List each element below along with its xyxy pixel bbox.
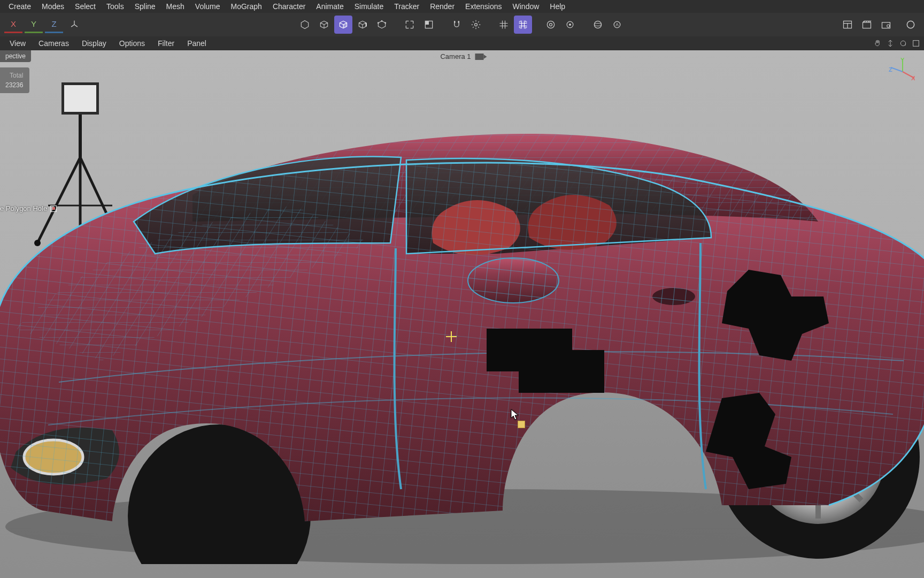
svg-point-10: [594, 21, 601, 28]
menu-mograph[interactable]: MoGraph: [226, 0, 267, 13]
viewmenu-display[interactable]: Display: [75, 36, 113, 50]
main-menu-bar: Create Modes Select Tools Spline Mesh Vo…: [0, 0, 924, 13]
menu-volume[interactable]: Volume: [190, 0, 226, 13]
main-toolbar: X Y Z A: [0, 13, 924, 36]
dolly-icon[interactable]: [886, 39, 895, 48]
camera-icon: [475, 54, 484, 60]
svg-point-17: [887, 25, 890, 27]
layout-button[interactable]: [838, 16, 857, 34]
view-mode-badge: pective: [0, 50, 31, 62]
polygon-mode-button[interactable]: [334, 16, 352, 34]
circle-icon: [905, 19, 916, 30]
clapboard-gear-icon: [881, 19, 891, 30]
svg-point-18: [907, 21, 914, 28]
viewport-menu-bar: View Cameras Display Options Filter Pane…: [0, 36, 924, 50]
axis-x-toggle[interactable]: X: [4, 16, 22, 33]
svg-point-11: [594, 24, 601, 26]
cube-face-icon: [338, 19, 349, 30]
coordinate-system-button[interactable]: [65, 16, 83, 34]
viewmenu-view[interactable]: View: [3, 36, 32, 50]
viewmenu-options[interactable]: Options: [113, 36, 151, 50]
svg-point-7: [550, 24, 552, 26]
object-mode-button[interactable]: [315, 16, 333, 34]
viewport[interactable]: pective Total 23236 Camera 1 e Polygon H…: [0, 50, 924, 578]
region-icon: [424, 19, 434, 30]
render-region-button[interactable]: [420, 16, 438, 34]
auto-icon: A: [612, 19, 622, 30]
maximize-icon[interactable]: [911, 39, 921, 48]
gizmo-x-label: X: [911, 75, 915, 81]
grid-snap-icon: [518, 19, 528, 30]
viewport-stats: Total 23236: [0, 67, 29, 93]
gear-small-icon: [565, 19, 575, 30]
orbit-icon[interactable]: [898, 39, 908, 48]
navigation-gizmo[interactable]: Y Z X: [887, 56, 919, 88]
feedback-button[interactable]: [902, 16, 920, 34]
axis-z-toggle[interactable]: Z: [45, 16, 63, 33]
car-model: [0, 82, 924, 564]
camera-name: Camera 1: [440, 52, 471, 60]
pan-icon[interactable]: [873, 39, 882, 48]
cube-edge-icon: [357, 19, 368, 30]
menu-character[interactable]: Character: [267, 0, 311, 13]
workplane-snap-button[interactable]: [514, 16, 532, 34]
viewmenu-cameras[interactable]: Cameras: [32, 36, 75, 50]
auto-select-button[interactable]: A: [608, 16, 626, 34]
soft-selection-button[interactable]: [589, 16, 607, 34]
menu-simulate[interactable]: Simulate: [349, 0, 389, 13]
svg-point-0: [378, 22, 379, 24]
svg-point-9: [569, 24, 571, 26]
viewmenu-filter[interactable]: Filter: [151, 36, 181, 50]
sphere-icon: [592, 19, 603, 30]
menu-create[interactable]: Create: [3, 0, 36, 13]
menu-extensions[interactable]: Extensions: [460, 0, 507, 13]
axis-y-toggle[interactable]: Y: [25, 16, 43, 33]
clapboard-icon: [861, 19, 872, 30]
render-settings-button[interactable]: [877, 16, 895, 34]
gear-icon: [471, 19, 481, 30]
viewmenu-panel[interactable]: Panel: [181, 36, 213, 50]
menu-render[interactable]: Render: [425, 0, 460, 13]
menu-window[interactable]: Window: [507, 0, 545, 13]
svg-line-45: [891, 67, 903, 72]
workplane-button[interactable]: [495, 16, 513, 34]
menu-animate[interactable]: Animate: [311, 0, 349, 13]
menu-spline[interactable]: Spline: [129, 0, 161, 13]
menu-tracker[interactable]: Tracker: [389, 0, 425, 13]
stats-label: Total: [5, 71, 23, 80]
point-mode-button[interactable]: [373, 16, 391, 34]
active-camera-label[interactable]: Camera 1: [440, 52, 483, 60]
layout-icon: [842, 19, 853, 30]
tool-name: e Polygon Hole: [0, 204, 47, 212]
snap-toggle-button[interactable]: [448, 16, 466, 34]
gizmo-z-label: Z: [889, 66, 892, 73]
target-icon: [545, 19, 556, 30]
viewport-solo-button[interactable]: [401, 16, 419, 34]
menu-modes[interactable]: Modes: [36, 0, 70, 13]
menu-help[interactable]: Help: [544, 0, 571, 13]
symmetry-settings-button[interactable]: [561, 16, 579, 34]
model-mode-button[interactable]: [296, 16, 314, 34]
viewport-scene: [0, 50, 924, 578]
stats-count: 23236: [5, 80, 23, 90]
active-tool-label: e Polygon Hole: [0, 204, 57, 212]
svg-point-6: [547, 21, 554, 28]
snap-settings-button[interactable]: [467, 16, 485, 34]
svg-rect-4: [425, 21, 429, 25]
svg-point-1: [384, 22, 386, 24]
cube-points-icon: [376, 19, 387, 30]
render-view-button[interactable]: [858, 16, 876, 34]
hexagon-icon: [299, 19, 310, 30]
magnet-icon: [451, 19, 462, 30]
menu-tools[interactable]: Tools: [101, 0, 129, 13]
svg-text:A: A: [615, 22, 619, 27]
menu-select[interactable]: Select: [70, 0, 101, 13]
edge-mode-button[interactable]: [353, 16, 372, 34]
frame-icon: [404, 19, 415, 30]
axis-icon: [69, 19, 80, 30]
menu-mesh[interactable]: Mesh: [161, 0, 190, 13]
svg-point-5: [475, 24, 478, 26]
svg-rect-20: [913, 41, 919, 47]
symmetry-button[interactable]: [542, 16, 560, 34]
gizmo-y-label: Y: [900, 57, 904, 63]
